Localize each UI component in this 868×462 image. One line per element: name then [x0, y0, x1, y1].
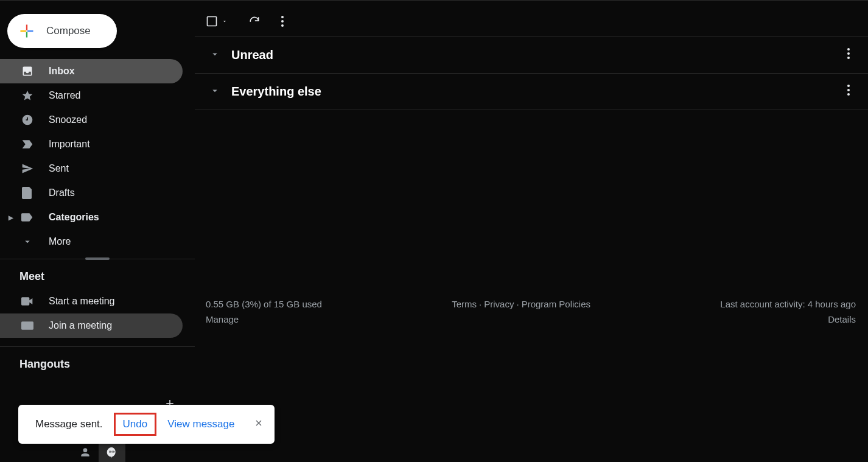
drag-handle[interactable]	[85, 257, 110, 260]
select-all-checkbox[interactable]	[206, 15, 228, 27]
bottom-tabs	[72, 443, 125, 462]
main: Unread Everything else 0.55 GB (3%) of 1…	[195, 1, 868, 462]
svg-point-8	[281, 24, 284, 27]
svg-point-13	[847, 89, 850, 91]
nav-label: Drafts	[49, 187, 75, 198]
privacy-link[interactable]: Privacy	[484, 299, 514, 309]
section-menu-button[interactable]	[847, 85, 850, 99]
section-label: Unread	[231, 48, 273, 62]
inbox-icon	[21, 65, 34, 77]
star-icon	[21, 89, 34, 102]
sidebar: Compose Inbox Starred Snoozed Important …	[0, 1, 195, 462]
refresh-button[interactable]	[248, 15, 261, 27]
compose-plus-icon	[18, 23, 35, 40]
divider	[0, 259, 195, 259]
contacts-tab[interactable]	[72, 443, 99, 462]
dropdown-caret-icon	[222, 18, 228, 24]
chevron-down-icon	[21, 236, 34, 247]
details-link[interactable]: Details	[720, 314, 856, 324]
hangouts-tab[interactable]	[99, 443, 125, 462]
compose-label: Compose	[46, 25, 91, 37]
svg-rect-5	[208, 16, 217, 26]
svg-rect-1	[27, 30, 33, 32]
nav-label: More	[49, 236, 71, 247]
sidebar-item-starred[interactable]: Starred	[0, 83, 183, 108]
compose-button[interactable]: Compose	[7, 14, 117, 48]
drafts-icon	[21, 187, 34, 199]
caret-right-icon: ▶	[9, 214, 13, 221]
svg-point-11	[847, 57, 850, 59]
message-sent-toast: Message sent. Undo View message	[18, 405, 275, 444]
activity-text: Last account activity: 4 hours ago	[720, 299, 856, 309]
label-icon	[21, 212, 34, 222]
hangouts-title: Hangouts	[0, 347, 195, 377]
nav-label: Join a meeting	[49, 320, 112, 331]
svg-rect-4	[21, 321, 33, 329]
sidebar-item-important[interactable]: Important	[0, 132, 183, 156]
sent-icon	[21, 163, 34, 175]
section-label: Everything else	[231, 85, 321, 99]
sidebar-item-snoozed[interactable]: Snoozed	[0, 108, 183, 132]
nav-label: Snoozed	[49, 114, 87, 125]
svg-rect-0	[26, 25, 27, 30]
svg-point-7	[281, 20, 284, 23]
sidebar-item-more[interactable]: More	[0, 229, 183, 254]
important-icon	[21, 139, 34, 149]
svg-point-10	[847, 52, 850, 55]
svg-point-6	[281, 16, 284, 18]
toast-message: Message sent.	[35, 418, 103, 430]
manage-link[interactable]: Manage	[206, 314, 322, 324]
undo-button[interactable]: Undo	[114, 413, 157, 436]
terms-link[interactable]: Terms	[452, 299, 477, 309]
svg-rect-3	[21, 30, 26, 32]
section-unread[interactable]: Unread	[195, 37, 868, 74]
svg-point-9	[847, 48, 850, 51]
chevron-down-icon	[209, 85, 220, 98]
section-everything-else[interactable]: Everything else	[195, 74, 868, 110]
svg-point-14	[847, 93, 850, 96]
section-menu-button[interactable]	[847, 48, 850, 62]
sidebar-item-drafts[interactable]: Drafts	[0, 181, 183, 205]
policies-link[interactable]: Program Policies	[522, 299, 590, 309]
sidebar-item-join-meeting[interactable]: Join a meeting	[0, 313, 183, 338]
svg-point-12	[847, 85, 850, 87]
video-icon	[21, 297, 34, 306]
close-toast-button[interactable]	[254, 418, 264, 431]
chevron-down-icon	[209, 49, 220, 61]
sidebar-item-start-meeting[interactable]: Start a meeting	[0, 289, 183, 313]
nav-label: Categories	[49, 212, 99, 223]
keyboard-icon	[21, 321, 34, 330]
footer: 0.55 GB (3%) of 15 GB used Manage Terms·…	[206, 299, 856, 324]
sidebar-item-categories[interactable]: ▶ Categories	[0, 205, 183, 229]
more-button[interactable]	[281, 16, 284, 27]
view-message-button[interactable]: View message	[167, 418, 234, 430]
storage-text: 0.55 GB (3%) of 15 GB used	[206, 299, 322, 309]
sidebar-item-sent[interactable]: Sent	[0, 156, 183, 181]
nav-label: Starred	[49, 90, 80, 101]
svg-rect-2	[26, 32, 27, 37]
sidebar-item-inbox[interactable]: Inbox	[0, 59, 183, 83]
nav-label: Important	[49, 139, 90, 150]
nav-label: Inbox	[49, 66, 75, 77]
nav-label: Sent	[49, 163, 69, 174]
nav-label: Start a meeting	[49, 296, 115, 307]
meet-title: Meet	[0, 259, 195, 289]
clock-icon	[21, 114, 34, 126]
toolbar	[195, 5, 868, 37]
